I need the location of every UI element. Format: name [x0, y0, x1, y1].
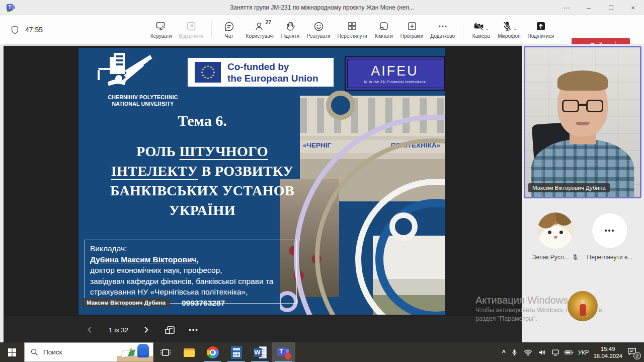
chat-icon [224, 21, 235, 32]
apps-button[interactable]: Програми [397, 15, 427, 44]
rooms-button[interactable]: Кімнати [371, 15, 397, 44]
view-button[interactable]: Переглянути [334, 15, 371, 44]
lecturer-line3: завідувач кафедри фінансів, банківської … [90, 276, 291, 287]
slide-counter: 1 із 32 [109, 326, 128, 334]
eu-cofunded-box: Co-funded by the European Union [188, 58, 334, 87]
file-explorer-button[interactable] [177, 342, 201, 362]
tray-expand-button[interactable]: ^ [502, 349, 506, 356]
meeting-toolbar: 47:55 Керувати Відкріпити Чат [0, 15, 644, 44]
ellipsis-icon [437, 21, 448, 32]
mic-off-icon [502, 21, 513, 32]
rooms-icon [378, 21, 389, 32]
manage-button[interactable]: Керувати [147, 15, 176, 44]
search-decoration-image [117, 343, 153, 361]
presentation-stage: CHERNIHIV POLYTECHNIC NATIONAL UNIVERSIT… [4, 44, 522, 342]
calculator-icon [231, 346, 242, 359]
action-center-button[interactable]: 2 [627, 347, 639, 358]
view-more-label: Переглянути в... [587, 254, 633, 261]
raise-hand-button[interactable]: Підняти [277, 15, 303, 44]
participant-name: Зеляк Русл... [532, 254, 569, 261]
lecturer-name: Дубина Максим Вікторович, [90, 254, 291, 265]
presentation-slide[interactable]: CHERNIHIV POLYTECHNIC NATIONAL UNIVERSIT… [78, 48, 445, 315]
grid-view-icon [347, 21, 358, 32]
previous-slide-button[interactable] [86, 325, 96, 335]
window-minimize-button[interactable]: – [578, 0, 600, 15]
search-icon [31, 348, 38, 356]
university-name-line2: NATIONAL UNIVERSITY [88, 101, 198, 107]
tray-clock[interactable]: 15:49 16.04.2024 [593, 345, 622, 359]
tray-language[interactable]: УКР [578, 349, 589, 355]
calculator-button[interactable] [224, 342, 248, 362]
lecturer-line2: доктор економічних наук, професор, [90, 265, 291, 276]
aifeu-title: AIFEU [371, 63, 419, 79]
smiley-icon [313, 21, 324, 32]
chrome-icon [207, 346, 219, 358]
window-close-button[interactable]: × [622, 0, 644, 15]
toolbar-divider [463, 21, 463, 38]
plus-square-icon [407, 21, 418, 32]
teams-button[interactable]: T [272, 342, 295, 362]
manage-icon [155, 21, 167, 32]
share-button[interactable]: Поділитися [524, 15, 558, 44]
view-more-tile[interactable]: ••• Переглянути в... [585, 212, 635, 261]
restore-icon [609, 6, 613, 10]
window-more-button[interactable]: ⋯ [555, 0, 578, 15]
task-view-icon [160, 348, 171, 357]
presenter-video-tile[interactable]: Максим Вікторович Дубина [524, 46, 641, 198]
tray-wifi-icon[interactable] [524, 348, 533, 357]
participants-panel: Максим Вікторович Дубина Зеляк Русл... •… [522, 44, 644, 342]
participant-tile[interactable]: Зеляк Русл... [530, 212, 581, 261]
microphone-button[interactable]: ⌄ Мікрофон [494, 15, 524, 44]
share-screen-icon [535, 21, 546, 32]
slide-navigation-bar: 1 із 32 ••• [4, 316, 522, 344]
raise-hand-icon [285, 21, 296, 32]
more-actions-button[interactable]: Додатково [427, 15, 458, 44]
lecturer-heading: Викладач: [90, 243, 291, 254]
minimize-icon: – [587, 4, 590, 12]
window-restore-button[interactable] [600, 0, 622, 15]
notification-count-badge: 2 [633, 352, 641, 359]
word-button[interactable]: W [248, 342, 272, 362]
slide-more-options-button[interactable]: ••• [189, 326, 199, 334]
presenter-face [557, 74, 608, 136]
eu-text-line1: Co-funded by [227, 61, 318, 73]
camera-button[interactable]: ⌄ Камера [468, 15, 494, 44]
toolbar-divider [211, 21, 212, 38]
slide-topic: Тема 6. [78, 112, 326, 129]
start-button[interactable] [0, 342, 24, 362]
eu-text-line2: the European Union [227, 73, 318, 84]
teams-icon: T [277, 346, 290, 359]
presenter-name-badge: Максим Вікторович Дубина [82, 298, 170, 307]
notification-dot [285, 353, 291, 359]
tray-volume-icon[interactable] [537, 348, 546, 357]
tray-display-icon[interactable] [551, 348, 560, 357]
window-titlebar: T Заняття групи JM-231 по міжнародному п… [0, 0, 644, 15]
tray-battery-icon[interactable] [565, 348, 574, 357]
more-icon: ⋯ [564, 4, 570, 12]
eu-flag-icon [195, 62, 221, 83]
thumbnails-button[interactable] [165, 325, 176, 335]
camera-chevron-icon[interactable]: ⌄ [484, 26, 490, 31]
react-button[interactable]: Реагувати [303, 15, 334, 44]
close-icon: × [631, 4, 635, 12]
taskbar-search-input[interactable]: Поиск [24, 342, 153, 362]
unpin-button[interactable]: Відкріпити [176, 15, 207, 44]
participant-avatar [537, 212, 574, 249]
word-icon: W [254, 346, 267, 359]
participants-button[interactable]: 27 Користувачі [243, 15, 277, 44]
microphone-chevron-icon[interactable]: ⌄ [512, 26, 518, 31]
teams-meeting-window: T Заняття групи JM-231 по міжнародному п… [0, 0, 644, 362]
lecturer-info: Викладач: Дубина Максим Вікторович, докт… [85, 240, 297, 304]
chrome-button[interactable] [201, 342, 224, 362]
windows-logo-icon [8, 348, 16, 356]
chat-button[interactable]: Чат [216, 15, 243, 44]
next-slide-button[interactable] [141, 325, 151, 335]
tray-mic-icon[interactable] [510, 348, 519, 357]
camera-off-icon [473, 21, 485, 32]
task-view-button[interactable] [153, 342, 177, 362]
participant-avatar-autumn[interactable] [568, 291, 598, 321]
shield-icon [9, 24, 20, 35]
more-participants-icon: ••• [592, 212, 628, 249]
tray-time: 15:49 [593, 345, 622, 352]
file-explorer-icon [183, 346, 195, 358]
